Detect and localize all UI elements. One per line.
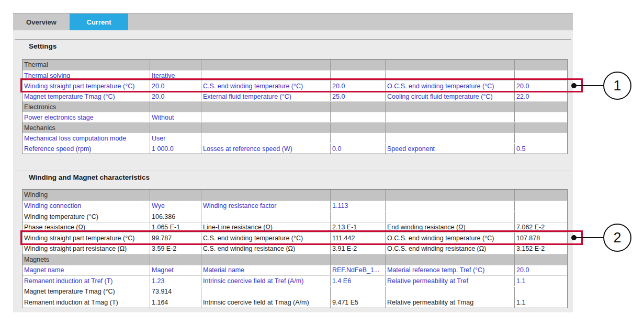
- param-value: 7.062 E-2: [514, 223, 567, 233]
- separator-line-middle: [15, 170, 571, 170]
- param-label: [385, 201, 514, 212]
- param-label: [201, 287, 330, 297]
- param-label: Magnet name: [22, 265, 150, 276]
- param-value: 9.471 E5: [330, 297, 385, 308]
- callout-line-1: [575, 85, 604, 86]
- param-label: Thermal solving: [22, 71, 150, 80]
- table-row: Magnet nameMagnetMaterial nameREF.NdFeB_…: [22, 265, 567, 276]
- param-value: 73.914: [150, 287, 201, 297]
- param-value: 3.152 E-2: [514, 244, 567, 254]
- param-label: Magnet temperature Tmag (°C): [22, 91, 150, 101]
- param-label: Reference speed (rpm): [22, 144, 150, 154]
- table-row: Remanent induction at Tref (T)1.23Intrin…: [22, 275, 567, 286]
- param-value: [330, 71, 385, 80]
- param-label: [385, 112, 514, 122]
- param-value: 111.442: [330, 233, 385, 243]
- param-value[interactable]: REF.NdFeB_1...: [330, 265, 385, 276]
- section-row: Winding: [22, 190, 567, 201]
- winding-magnet-table: WindingWinding connectionWyeWinding resi…: [22, 189, 568, 308]
- param-label: C.S. end winding resistance (Ω): [201, 244, 330, 254]
- section-label: [330, 123, 385, 133]
- param-value[interactable]: 0.0: [330, 144, 385, 154]
- param-label: Remanent induction at Tmag (T): [22, 297, 150, 308]
- section-label: Magnets: [22, 254, 150, 265]
- param-value[interactable]: 20.0: [514, 81, 567, 91]
- section-label: [201, 60, 330, 70]
- param-value[interactable]: 22.0: [514, 91, 567, 101]
- section-label: [385, 102, 514, 112]
- param-value[interactable]: Iterative: [150, 71, 201, 80]
- param-value[interactable]: User: [150, 133, 201, 143]
- param-value[interactable]: 1.4 E6: [330, 276, 385, 286]
- param-label: Winding straight part resistance (Ω): [22, 244, 150, 254]
- param-value: 1.1: [514, 297, 567, 308]
- settings-table: ThermalThermal solvingIterativeWinding s…: [22, 59, 568, 154]
- param-value[interactable]: 25.0: [330, 91, 385, 101]
- section-label: [385, 190, 514, 201]
- param-value: 3.91 E-2: [330, 244, 385, 254]
- param-value[interactable]: 20.0: [150, 81, 201, 91]
- section-label: [385, 123, 514, 133]
- section-row: Mechanics: [22, 122, 567, 133]
- param-label: [201, 133, 330, 143]
- param-value[interactable]: 20.0: [330, 81, 385, 91]
- param-value[interactable]: 1.113: [330, 201, 385, 212]
- param-label: [201, 212, 330, 222]
- param-label: Line-Line resistance (Ω): [201, 223, 330, 233]
- param-label: [385, 212, 514, 222]
- param-label: C.S. end winding temperature (°C): [201, 233, 330, 243]
- param-value: 1.164: [150, 297, 201, 308]
- param-label: Magnet temperature Tmag (°C): [22, 287, 150, 297]
- section-label: [385, 254, 514, 265]
- param-value: [514, 212, 567, 222]
- param-value[interactable]: 1.23: [150, 276, 201, 286]
- param-value[interactable]: Wye: [150, 201, 201, 212]
- param-value: 106.386: [150, 212, 201, 222]
- param-value[interactable]: 0.5: [514, 144, 567, 154]
- param-label: End winding resistance (Ω): [385, 223, 514, 233]
- param-value[interactable]: Without: [150, 112, 201, 122]
- param-value[interactable]: 1 000.0: [150, 144, 201, 154]
- table-row: Magnet temperature Tmag (°C)73.914: [22, 286, 567, 297]
- table-row: Magnet temperature Tmag (°C)20.0External…: [22, 91, 567, 101]
- param-value: 99.787: [150, 233, 201, 243]
- tab-overview[interactable]: Overview: [13, 14, 70, 30]
- param-value[interactable]: 20.0: [514, 265, 567, 276]
- section-row: Magnets: [22, 254, 567, 265]
- param-label: Speed exponent: [385, 144, 514, 154]
- param-label: Winding straight part temperature (°C): [22, 81, 150, 91]
- section-row: Thermal: [22, 60, 567, 70]
- section-label: Mechanics: [22, 123, 150, 133]
- section-row: Electronics: [22, 101, 567, 112]
- tab-current[interactable]: Current: [70, 14, 128, 30]
- section-label: [150, 60, 201, 70]
- param-value: 1.065 E-1: [150, 223, 201, 233]
- param-label: Winding temperature (°C): [22, 212, 150, 222]
- param-label: O.C.S. end winding temperature (°C): [385, 81, 514, 91]
- param-value: 3.59 E-2: [150, 244, 201, 254]
- table-row: Winding temperature (°C)106.386: [22, 211, 567, 222]
- param-label: Remanent induction at Tref (T): [22, 276, 150, 286]
- callout-line-2: [575, 237, 604, 238]
- param-value[interactable]: 20.0: [150, 91, 201, 101]
- section-label: [201, 254, 330, 265]
- param-value: [330, 287, 385, 297]
- param-value: [330, 112, 385, 122]
- settings-heading: Settings: [29, 42, 57, 50]
- param-value: [514, 112, 567, 122]
- param-label: Relative permeability at Tref: [385, 276, 514, 286]
- section-label: [330, 60, 385, 70]
- param-label: Winding connection: [22, 201, 150, 212]
- winding-magnet-heading: Winding and Magnet characteristics: [29, 173, 150, 181]
- param-value[interactable]: 1.1: [514, 276, 567, 286]
- section-label: [150, 102, 201, 112]
- table-row: Phase resistance (Ω)1.065 E-1Line-Line r…: [22, 222, 567, 233]
- param-label: O.C.S. end winding temperature (°C): [385, 233, 514, 243]
- param-label: [385, 287, 514, 297]
- section-label: [514, 60, 567, 70]
- table-row: Remanent induction at Tmag (T)1.164Intri…: [22, 297, 567, 308]
- section-label: [514, 102, 567, 112]
- param-value: [514, 201, 567, 212]
- param-value[interactable]: Magnet: [150, 265, 201, 276]
- param-value: [330, 133, 385, 143]
